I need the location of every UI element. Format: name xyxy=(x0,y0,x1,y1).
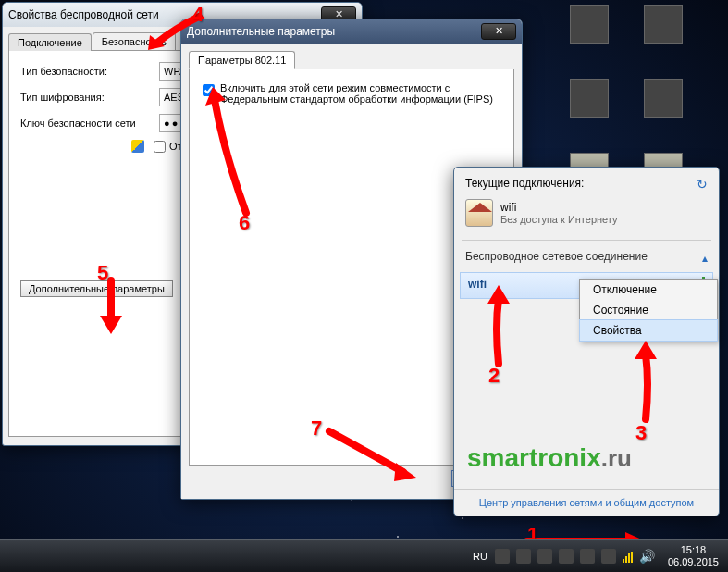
flyout-header: Текущие подключения: xyxy=(465,177,584,192)
sectype-label: Тип безопасности: xyxy=(20,66,159,77)
tray-icon[interactable] xyxy=(580,549,595,564)
key-label: Ключ безопасности сети xyxy=(20,118,159,129)
clock[interactable]: 15:18 06.09.2015 xyxy=(659,544,728,568)
ctx-state[interactable]: Состояние xyxy=(580,300,717,320)
close-icon[interactable]: ✕ xyxy=(481,23,516,40)
wifi-tray-icon[interactable] xyxy=(623,550,633,563)
fips-checkbox[interactable] xyxy=(203,84,215,96)
enc-label: Тип шифрования: xyxy=(20,92,159,103)
ctx-properties[interactable]: Свойства xyxy=(579,319,718,342)
desktop-icon[interactable] xyxy=(552,79,626,153)
tray-icon[interactable] xyxy=(559,549,574,564)
desktop-icon[interactable] xyxy=(626,79,700,153)
volume-icon[interactable]: 🔊 xyxy=(639,549,655,564)
desktop-icon[interactable] xyxy=(552,5,626,79)
tray-icon[interactable] xyxy=(537,549,552,564)
network-center-link[interactable]: Центр управления сетями и общим доступом xyxy=(454,489,719,516)
refresh-icon[interactable]: ↻ xyxy=(697,177,708,192)
titlebar[interactable]: Дополнительные параметры ✕ xyxy=(181,19,522,44)
home-network-icon xyxy=(465,199,493,227)
tray-icon[interactable] xyxy=(601,549,616,564)
taskbar: RU 🔊 15:18 06.09.2015 xyxy=(0,539,728,572)
watermark: smartronix.ru xyxy=(467,443,632,473)
ctx-disconnect[interactable]: Отключение xyxy=(580,280,717,300)
tab-80211[interactable]: Параметры 802.11 xyxy=(189,51,295,69)
window-title: Дополнительные параметры xyxy=(187,25,481,38)
context-menu: Отключение Состояние Свойства xyxy=(579,279,718,342)
wireless-section-header[interactable]: Беспроводное сетевое соединение ▴ xyxy=(454,244,719,268)
current-ssid: wifi xyxy=(500,201,618,214)
network-name: wifi xyxy=(468,278,487,293)
tab-security[interactable]: Безопасность xyxy=(93,32,176,50)
tray-icon[interactable] xyxy=(495,549,510,564)
fips-label: Включить для этой сети режим совместимос… xyxy=(220,82,500,105)
advanced-settings-button[interactable]: Дополнительные параметры xyxy=(20,280,173,297)
tray-icon[interactable] xyxy=(516,549,531,564)
chevron-up-icon: ▴ xyxy=(702,252,708,265)
current-status: Без доступа к Интернету xyxy=(500,214,618,225)
tab-connection[interactable]: Подключение xyxy=(8,33,92,51)
shield-icon xyxy=(131,140,144,153)
lang-indicator[interactable]: RU xyxy=(473,551,487,562)
show-chars-checkbox[interactable] xyxy=(154,141,166,153)
desktop-icon[interactable] xyxy=(626,5,700,79)
